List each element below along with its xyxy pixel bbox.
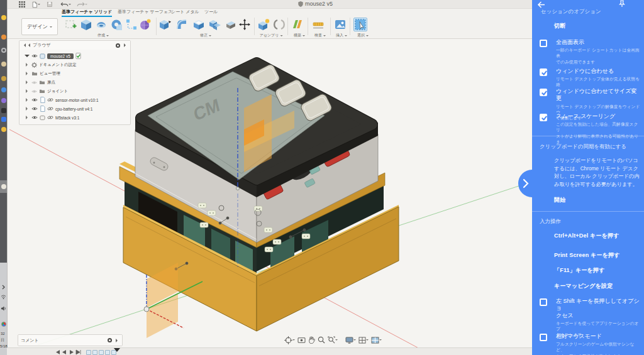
timeline-feature[interactable]: [105, 350, 110, 355]
modify-group-label[interactable]: 修正: [200, 33, 211, 38]
ctrl-alt-del-button[interactable]: Ctrl+Alt+Del キーを押す: [554, 232, 619, 240]
disconnect-button[interactable]: 切断: [554, 22, 565, 30]
extrude-tool[interactable]: [79, 18, 93, 31]
select-group-label[interactable]: 選択: [357, 33, 369, 38]
tree-root-row[interactable]: mouse2 v5: [21, 52, 130, 60]
offset-face-tool[interactable]: [224, 18, 238, 31]
expand-icon[interactable]: [26, 63, 30, 67]
expand-icon[interactable]: [26, 107, 30, 111]
revolve-tool[interactable]: [94, 18, 108, 31]
grid-settings-icon[interactable]: [358, 337, 369, 344]
tab-tools[interactable]: ツール: [204, 9, 218, 17]
inspect-group-label[interactable]: 検査: [314, 33, 326, 38]
expand-icon[interactable]: [25, 55, 30, 60]
fullscreen-checkbox[interactable]: [540, 40, 547, 47]
relative-mouse-checkbox[interactable]: [540, 334, 547, 341]
move-tool[interactable]: [238, 18, 252, 31]
dock-app-icon[interactable]: [1, 15, 6, 20]
timeline-playback-controls[interactable]: [55, 349, 82, 355]
tray-chevron-icon[interactable]: [1, 285, 6, 290]
timeline-feature[interactable]: [86, 350, 91, 355]
measure-tool[interactable]: [311, 18, 325, 31]
tree-row-view-mgmt[interactable]: ビュー管理: [21, 69, 130, 78]
root-component-label[interactable]: mouse2 v5: [47, 53, 74, 59]
tree-row-origin[interactable]: 原点: [21, 78, 130, 87]
viewports-icon[interactable]: [371, 337, 382, 344]
dock-app-icon[interactable]: [1, 87, 6, 92]
new-component-tool[interactable]: [257, 18, 271, 31]
eye-icon[interactable]: [31, 53, 38, 58]
dock-app-icon[interactable]: [1, 117, 6, 122]
form-tool[interactable]: [138, 18, 152, 31]
tree-row-cpu-battery-unit[interactable]: cpu-battery-unit v4:1: [21, 104, 130, 113]
assemble-group-label[interactable]: アセンブリ: [260, 33, 283, 38]
shell-tool[interactable]: [192, 18, 206, 31]
display-settings-icon[interactable]: [345, 337, 356, 344]
pin-icon[interactable]: [619, 0, 625, 7]
timeline-marker[interactable]: [114, 348, 120, 352]
comment-panel[interactable]: コメント: [18, 334, 123, 346]
dock-app-icon[interactable]: [1, 48, 6, 53]
create-sketch-tool[interactable]: [64, 18, 78, 31]
dock-app-icon[interactable]: [1, 62, 6, 67]
tab-sheet-metal[interactable]: シート メタル: [171, 9, 199, 17]
browser-panel-header[interactable]: ブラウザ: [19, 41, 130, 50]
option-label[interactable]: 全画面表示: [556, 39, 641, 46]
option-label[interactable]: スムース スケーリング: [556, 113, 641, 120]
press-pull-tool[interactable]: [158, 18, 172, 31]
tree-row-joints[interactable]: ジョイント: [21, 87, 130, 96]
expand-icon[interactable]: [26, 89, 30, 93]
expand-icon[interactable]: [26, 80, 30, 84]
option-label[interactable]: 相対マウスモード: [556, 333, 641, 340]
dock-app-icon[interactable]: [1, 98, 6, 103]
tree-row-doc-settings[interactable]: ドキュメントの設定: [21, 60, 130, 69]
tree-row-sensor-motor-unit[interactable]: sensor-motor-unit v10:1: [21, 96, 130, 104]
combine-tool[interactable]: [208, 18, 222, 31]
eye-icon[interactable]: [31, 80, 37, 85]
dock-app-icon[interactable]: [1, 108, 6, 113]
speaker-icon[interactable]: [1, 306, 6, 311]
sweep-tool[interactable]: [109, 18, 123, 31]
dock-app-icon[interactable]: [1, 76, 6, 81]
tab-solid[interactable]: 基準フィーチャ ソリッド: [62, 9, 112, 17]
panel-options-icon[interactable]: [108, 338, 112, 342]
tab-surface[interactable]: 基準フィーチャ サーフェス: [118, 9, 172, 17]
dock-app-icon[interactable]: [1, 127, 6, 132]
fit-icon[interactable]: [328, 336, 338, 344]
expand-icon[interactable]: [26, 72, 30, 75]
resize-to-fit-checkbox[interactable]: [540, 89, 547, 96]
eye-icon[interactable]: [31, 97, 38, 102]
tree-row-m5stack[interactable]: M5stack v3:1: [21, 113, 130, 122]
eye-icon[interactable]: [31, 89, 37, 94]
timeline-feature[interactable]: [99, 350, 104, 355]
panel-expand-icon[interactable]: [124, 43, 128, 47]
undo-icon[interactable]: [60, 1, 71, 8]
key-mapping-button[interactable]: キーマッピングを設定: [554, 282, 613, 290]
back-arrow-icon[interactable]: [537, 1, 545, 8]
expand-icon[interactable]: [26, 98, 30, 102]
print-screen-button[interactable]: Print Screen キーを押す: [554, 251, 620, 259]
option-label[interactable]: ウィンドウに合わせる: [556, 68, 641, 75]
construct-group-label[interactable]: 構築: [294, 33, 305, 38]
dock-app-icon[interactable]: [1, 35, 6, 40]
select-tool[interactable]: [353, 18, 367, 31]
clipboard-start-button[interactable]: 開始: [554, 196, 565, 204]
fillet-tool[interactable]: [175, 18, 189, 31]
timeline-feature[interactable]: [92, 350, 97, 355]
save-icon[interactable]: [47, 1, 53, 8]
expand-icon[interactable]: [26, 116, 30, 119]
left-shift-checkbox[interactable]: [540, 298, 547, 306]
redo-icon[interactable]: [77, 1, 87, 8]
insert-group-label[interactable]: 挿入: [336, 33, 347, 38]
joint-tool[interactable]: [272, 18, 286, 31]
panel-options-icon[interactable]: [116, 43, 120, 48]
option-label[interactable]: ウィンドウに合わせてサイズ変更: [556, 88, 641, 102]
zoom-icon[interactable]: [318, 336, 325, 344]
file-menu-icon[interactable]: [31, 1, 40, 8]
panel-expand-icon[interactable]: [116, 339, 119, 342]
smooth-scaling-checkbox[interactable]: [540, 114, 547, 121]
dock-app-icon[interactable]: [1, 184, 6, 189]
browser-tray-icon[interactable]: [1, 322, 6, 327]
workspace-selector[interactable]: デザイン: [21, 18, 58, 35]
orbit-icon[interactable]: [284, 336, 295, 344]
